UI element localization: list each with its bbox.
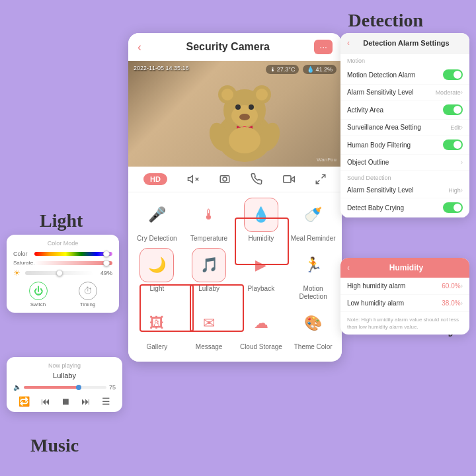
grid-row-2: 🌙 Light 🎵 Lullaby ▶ Playback 🏃 Motion De… [131,248,339,301]
music-progress-fill [24,386,77,389]
motion-alarm-toggle[interactable] [443,69,463,80]
humidity-note: Note: High humidity alarm value should n… [340,312,469,335]
light-switch-button[interactable]: ⏻ Switch [29,282,48,307]
music-panel: Now playing Lullaby 🔈 75 🔁 ⏮ ⏹ ⏭ ☰ [7,357,122,412]
grid-item-theme-color[interactable]: 🎨 Theme Color [290,306,337,351]
svg-rect-22 [283,176,290,183]
activity-area-toggle[interactable] [443,104,463,115]
low-humidity-alarm-row[interactable]: Low humidity alarm 38.0% › [340,295,469,312]
svg-point-8 [249,104,254,110]
prev-button[interactable]: ⏮ [41,396,50,407]
header-title: Security Camera [186,41,270,53]
detection-motion-alarm-row: Motion Detection Alarm [340,65,469,85]
color-slider-row: Color [13,251,112,257]
detection-surveillance-row[interactable]: Surveillance Area Setting Edit › [340,120,469,136]
svg-point-15 [229,127,260,153]
camera-timestamp: 2022-11-05 14:35:16 [134,65,189,71]
call-button[interactable] [251,173,262,185]
svg-point-5 [256,89,268,100]
next-button[interactable]: ⏭ [81,396,91,407]
detection-sound-sensitivity-row[interactable]: Alarm Sensitivity Level High › [340,182,469,198]
playlist-button[interactable]: ☰ [102,396,110,407]
teddy-bear-image [198,71,291,163]
baby-crying-toggle[interactable] [443,202,463,213]
grid-item-lullaby[interactable]: 🎵 Lullaby [185,248,233,301]
detection-sound-section: Sound Detection [340,171,469,182]
screenshot-button[interactable] [219,173,231,185]
grid-item-playback[interactable]: ▶ Playback [237,248,285,301]
music-controls: 🔁 ⏮ ⏹ ⏭ ☰ [13,396,116,407]
grid-row-3: 🖼 Gallery ✉ Message ☁ Cloud Storage 🎨 Th… [131,306,339,351]
music-progress-bar[interactable] [24,386,106,389]
brightness-slider-row: ☀ 49% [13,268,112,278]
detection-panel-header: ‹ Detection Alarm Settings [340,33,469,54]
grid-item-message[interactable]: ✉ Message [185,306,233,351]
music-progress-row: 🔈 75 [13,383,116,391]
light-controls: ⏻ Switch ⏱ Timing [13,282,112,307]
detection-section-label: Detection [348,10,423,31]
detection-activity-row: Activity Area [340,100,469,120]
grid-item-cloud-storage[interactable]: ☁ Cloud Storage [237,306,285,351]
grid-item-temperature[interactable]: 🌡 Temperature [185,198,233,243]
high-humidity-alarm-row[interactable]: High humidity alarm 60.0% › [340,278,469,295]
video-button[interactable] [283,173,295,185]
svg-marker-21 [291,177,294,182]
phone-header: ‹ Security Camera ··· [128,33,342,61]
grid-menu: 🎤 Cry Detection 🌡 Temperature 💧 Humidity… [128,192,342,362]
saturation-slider-row: Saturate. [13,260,112,266]
svg-point-20 [223,177,227,181]
detection-baby-crying-row: Detect Baby Crying [340,198,469,218]
music-volume-value: 75 [109,384,116,391]
grid-item-meal-reminder[interactable]: 🍼 Meal Reminder [290,198,337,243]
phone-container: ‹ Security Camera ··· 2022-11-05 14:35:1… [128,33,342,362]
detection-motion-section: Motion [340,54,469,65]
brightness-value: 49% [94,270,112,276]
more-button[interactable]: ··· [314,40,333,54]
brightness-slider[interactable] [25,271,94,275]
music-progress-thumb [76,385,81,390]
svg-point-7 [235,104,241,110]
svg-point-3 [221,89,233,100]
grid-item-cry-detection[interactable]: 🎤 Cry Detection [133,198,180,243]
music-song-name: Lullaby [13,372,116,379]
grid-item-humidity[interactable]: 💧 Humidity [237,198,285,243]
music-section-label: Music [30,435,79,456]
human-filtering-toggle[interactable] [443,139,463,150]
saturation-slider[interactable] [34,261,112,265]
humidity-badge: 💧41.2% [303,65,337,74]
mute-button[interactable] [187,173,199,185]
grid-item-light[interactable]: 🌙 Light [133,248,180,301]
hd-button[interactable]: HD [143,173,167,185]
svg-point-9 [239,114,250,120]
back-button[interactable]: ‹ [138,40,141,54]
detection-object-outline-row[interactable]: Object Outline › [340,155,469,171]
humidity-panel-header: ‹ Humidity [340,258,469,278]
grid-row-1: 🎤 Cry Detection 🌡 Temperature 💧 Humidity… [131,198,339,243]
stop-button[interactable]: ⏹ [61,396,70,407]
light-panel: Color Mode Color Saturate. ☀ 49% ⏻ Switc… [7,235,119,313]
humidity-panel-title: Humidity [350,263,463,272]
music-panel-title: Now playing [13,362,116,369]
repeat-button[interactable]: 🔁 [19,396,30,407]
light-mode-title: Color Mode [13,240,112,247]
svg-line-23 [321,175,325,178]
color-slider[interactable] [34,252,112,256]
humidity-panel: ‹ Humidity High humidity alarm 60.0% › L… [340,258,469,335]
detection-panel-title: Detection Alarm Settings [350,39,463,47]
grid-item-motion-detection[interactable]: 🏃 Motion Detection [290,248,337,301]
control-bar: HD [128,167,342,192]
light-section-label: Light [40,210,83,231]
detection-sensitivity-row[interactable]: Alarm Sensitivity Level Moderate › [340,85,469,100]
fullscreen-button[interactable] [315,173,327,185]
svg-line-24 [316,180,319,184]
grid-item-gallery[interactable]: 🖼 Gallery [133,306,180,351]
svg-marker-16 [188,176,193,183]
detection-human-filter-row: Human Body Filtering [340,136,469,155]
light-timing-button[interactable]: ⏱ Timing [79,282,97,307]
camera-watermark: WanFou [317,157,337,163]
brightness-icon: ☀ [13,268,22,278]
detection-panel: ‹ Detection Alarm Settings Motion Motion… [340,33,469,218]
camera-feed: 2022-11-05 14:35:16 🌡27.3°C 💧41.2% [128,61,342,167]
volume-icon: 🔈 [13,383,21,391]
